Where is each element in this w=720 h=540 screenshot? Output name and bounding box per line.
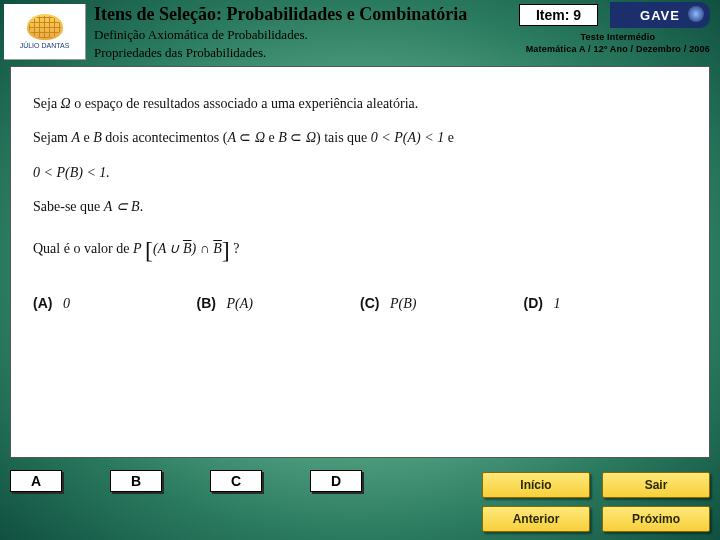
sair-button[interactable]: Sair bbox=[602, 472, 710, 498]
answer-b-button[interactable]: B bbox=[110, 470, 162, 492]
opt-c-label: (C) bbox=[360, 295, 379, 311]
txt: e bbox=[80, 130, 93, 145]
var-b: B bbox=[93, 130, 102, 145]
var-a2: A bbox=[227, 130, 236, 145]
answer-c-button[interactable]: C bbox=[210, 470, 262, 492]
omega2: Ω bbox=[255, 130, 265, 145]
option-d: (D) 1 bbox=[524, 295, 688, 312]
txt: Sejam bbox=[33, 130, 72, 145]
meta-line-1: Teste Intermédio bbox=[526, 32, 710, 44]
options-row: (A) 0 (B) P(A) (C) P(B) (D) 1 bbox=[33, 295, 687, 312]
option-c: (C) P(B) bbox=[360, 295, 524, 312]
q-line-2: Sejam A e B dois acontecimentos (A ⊂ Ω e… bbox=[33, 127, 687, 149]
meta-line-2: Matemática A / 12º Ano / Dezembro / 2006 bbox=[526, 44, 710, 56]
logo-caption: JÚLIO DANTAS bbox=[20, 42, 70, 49]
txt: Seja bbox=[33, 96, 61, 111]
cond-pb: 0 < P(B) < 1. bbox=[33, 165, 110, 180]
inicio-button[interactable]: Início bbox=[482, 472, 590, 498]
txt: dois acontecimentos ( bbox=[102, 130, 228, 145]
gave-text: GAVE bbox=[640, 8, 680, 23]
opt-c-val: P(B) bbox=[390, 296, 416, 311]
question-panel: Seja Ω o espaço de resultados associado … bbox=[10, 66, 710, 458]
omega: Ω bbox=[61, 96, 71, 111]
omega3: Ω bbox=[306, 130, 316, 145]
lbracket-icon: [ bbox=[145, 237, 153, 263]
exam-meta: Teste Intermédio Matemática A / 12º Ano … bbox=[526, 32, 710, 55]
txt: Qual é o valor de bbox=[33, 241, 133, 256]
txt: ) tais que bbox=[316, 130, 371, 145]
expr: (A ∪ B) ∩ B bbox=[153, 241, 222, 256]
answer-d-button[interactable]: D bbox=[310, 470, 362, 492]
rbracket-icon: ] bbox=[222, 237, 230, 263]
prob-expr: P bbox=[133, 241, 142, 256]
a-sub-b: A ⊂ B bbox=[104, 199, 140, 214]
option-a: (A) 0 bbox=[33, 295, 197, 312]
anterior-button[interactable]: Anterior bbox=[482, 506, 590, 532]
header: JÚLIO DANTAS Itens de Seleção: Probabili… bbox=[0, 0, 720, 64]
opt-b-label: (B) bbox=[197, 295, 216, 311]
cond-pa: 0 < P(A) < 1 bbox=[371, 130, 444, 145]
var-a: A bbox=[72, 130, 81, 145]
q-line-5: Qual é o valor de P [(A ∪ B) ∩ B] ? bbox=[33, 231, 687, 269]
q-line-1: Seja Ω o espaço de resultados associado … bbox=[33, 93, 687, 115]
subset2: ⊂ bbox=[290, 130, 302, 145]
subset1: ⊂ bbox=[239, 130, 251, 145]
proximo-button[interactable]: Próximo bbox=[602, 506, 710, 532]
q-line-4: Sabe-se que A ⊂ B. bbox=[33, 196, 687, 218]
txt: e bbox=[444, 130, 454, 145]
option-b: (B) P(A) bbox=[197, 295, 361, 312]
opt-b-val: P(A) bbox=[226, 296, 252, 311]
opt-a-label: (A) bbox=[33, 295, 52, 311]
q-line-3: 0 < P(B) < 1. bbox=[33, 162, 687, 184]
answer-buttons: A B C D bbox=[10, 470, 362, 492]
nav-buttons: Início Sair Anterior Próximo bbox=[482, 472, 710, 532]
answer-a-button[interactable]: A bbox=[10, 470, 62, 492]
item-badge: Item: 9 bbox=[519, 4, 598, 26]
globe-icon bbox=[27, 14, 63, 40]
txt: Sabe-se que bbox=[33, 199, 104, 214]
txt: o espaço de resultados associado a uma e… bbox=[71, 96, 419, 111]
opt-d-val: 1 bbox=[553, 296, 560, 311]
school-logo: JÚLIO DANTAS bbox=[4, 4, 86, 60]
qmark: ? bbox=[233, 241, 239, 256]
gave-logo: GAVE bbox=[610, 2, 710, 28]
var-b2: B bbox=[278, 130, 287, 145]
opt-a-val: 0 bbox=[63, 296, 70, 311]
opt-d-label: (D) bbox=[524, 295, 543, 311]
txt: e bbox=[265, 130, 278, 145]
